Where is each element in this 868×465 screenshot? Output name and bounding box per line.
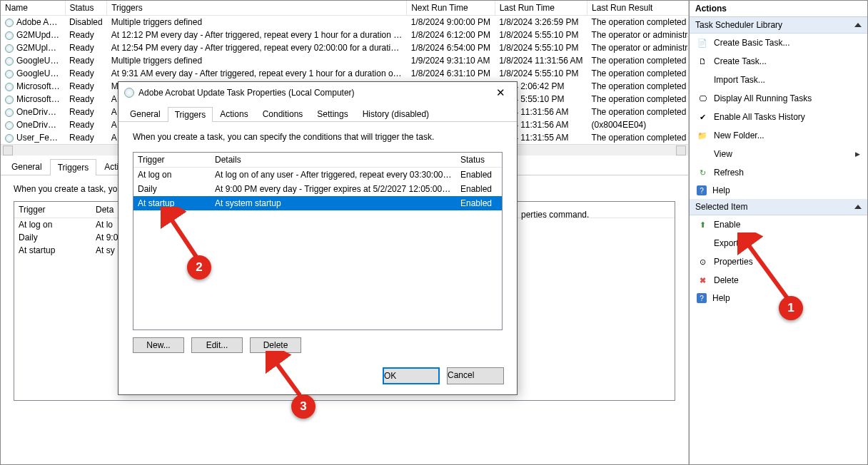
task-row[interactable]: GoogleUpda...ReadyAt 9:31 AM every day -…	[1, 67, 688, 80]
dlg-tab-conditions[interactable]: Conditions	[256, 106, 311, 121]
action-new-folder[interactable]: 📁New Folder...	[690, 126, 867, 145]
task-icon	[5, 19, 14, 27]
task-icon	[5, 57, 14, 66]
annotation-bubble-2: 2	[187, 255, 211, 280]
action-icon: 📁	[697, 130, 708, 141]
task-icon	[5, 96, 14, 104]
dlg-tab-history[interactable]: History (disabled)	[355, 106, 436, 121]
action-enable[interactable]: ⬆Enable	[690, 215, 867, 234]
action-icon: 🗋	[697, 56, 708, 67]
action-label: Enable All Tasks History	[714, 112, 805, 122]
col-trigger[interactable]: Trigger	[14, 202, 91, 218]
action-label: View	[714, 149, 732, 159]
action-create-task[interactable]: 🗋Create Task...	[690, 52, 867, 71]
action-icon: 📄	[697, 37, 708, 48]
section-library[interactable]: Task Scheduler Library	[690, 17, 867, 34]
section-library-label: Task Scheduler Library	[695, 20, 782, 30]
col-next-run-time[interactable]: Next Run Time	[407, 1, 495, 16]
task-row[interactable]: Adobe Acrob...DisabledMultiple triggers …	[1, 16, 688, 29]
action-label: Delete	[714, 275, 739, 285]
ok-button[interactable]: OK	[383, 367, 440, 384]
action-icon: ?	[697, 185, 707, 195]
edit-button[interactable]: Edit...	[191, 337, 243, 353]
truncated-text: perties command.	[521, 210, 589, 220]
task-icon	[5, 121, 14, 130]
action-import-task[interactable]: Import Task...	[690, 71, 867, 89]
task-row[interactable]: G2MUpload...ReadyAt 12:54 PM every day -…	[1, 41, 688, 54]
annotation-bubble-1: 1	[779, 296, 803, 320]
action-properties[interactable]: ⊙Properties	[690, 252, 867, 271]
action-icon	[697, 74, 708, 86]
action-label: Export...	[714, 238, 746, 248]
trigger-row[interactable]: At log onAt log on of any user - After t…	[133, 168, 502, 182]
dialog-titlebar[interactable]: Adobe Acrobat Update Task Properties (Lo…	[118, 82, 517, 103]
dlg-tab-triggers[interactable]: Triggers	[168, 107, 213, 122]
action-icon: ⬆	[697, 219, 708, 230]
action-display-all-running-tasks[interactable]: 🖵Display All Running Tasks	[690, 89, 867, 108]
annotation-bubble-3: 3	[291, 394, 316, 419]
action-icon: ✔	[697, 111, 708, 123]
dlg-tab-settings[interactable]: Settings	[310, 106, 355, 121]
action-icon	[697, 237, 708, 249]
collapse-icon	[854, 205, 862, 209]
task-row[interactable]: GoogleUpda...ReadyMultiple triggers defi…	[1, 54, 688, 67]
action-label: Help	[712, 293, 730, 303]
task-icon	[5, 83, 14, 91]
actions-header: Actions	[690, 1, 867, 17]
col-name[interactable]: Name	[1, 1, 65, 16]
tab-triggers[interactable]: Triggers	[50, 159, 97, 175]
action-help[interactable]: ?Help	[690, 290, 867, 307]
col-triggers[interactable]: Triggers	[107, 1, 407, 16]
action-icon: ✖	[697, 275, 708, 286]
tab-general[interactable]: General	[4, 158, 50, 175]
action-refresh[interactable]: ↻Refresh	[690, 163, 867, 182]
action-icon: ↻	[697, 167, 708, 178]
action-label: Properties	[714, 257, 753, 267]
collapse-icon	[854, 23, 862, 27]
dialog-title-text: Adobe Acrobat Update Task Properties (Lo…	[138, 88, 355, 98]
close-button[interactable]: ✕	[490, 86, 511, 99]
col-trigger[interactable]: Trigger	[133, 153, 211, 167]
dlg-tab-actions[interactable]: Actions	[213, 106, 255, 121]
action-icon: 🖵	[697, 93, 708, 104]
action-icon: ⊙	[697, 256, 708, 267]
action-label: Import Task...	[714, 75, 765, 85]
col-details[interactable]: Details	[211, 153, 456, 167]
section-selected-label: Selected Item	[695, 202, 747, 212]
delete-button[interactable]: Delete	[250, 337, 301, 353]
action-help[interactable]: ?Help	[690, 182, 867, 199]
action-label: Enable	[714, 220, 740, 230]
action-enable-all-tasks-history[interactable]: ✔Enable All Tasks History	[690, 108, 867, 126]
action-label: Create Task...	[714, 56, 767, 66]
new-button[interactable]: New...	[133, 337, 184, 353]
properties-dialog: Adobe Acrobat Update Task Properties (Lo…	[118, 81, 518, 395]
dlg-tab-general[interactable]: General	[123, 106, 168, 121]
col-status[interactable]: Status	[65, 1, 107, 16]
action-icon	[697, 148, 708, 160]
section-selected[interactable]: Selected Item	[690, 199, 867, 215]
trigger-listbox[interactable]: Trigger Details Status At log onAt log o…	[133, 152, 503, 330]
task-icon	[5, 70, 14, 78]
trigger-row[interactable]: At startupAt system startupEnabled	[133, 196, 502, 210]
col-last-run-time[interactable]: Last Run Time	[495, 1, 587, 16]
clock-icon	[124, 88, 134, 98]
action-export[interactable]: Export...	[690, 234, 867, 252]
action-label: Create Basic Task...	[714, 38, 790, 48]
action-icon: ?	[697, 293, 707, 303]
action-label: Refresh	[714, 168, 744, 178]
task-icon	[5, 134, 14, 143]
cancel-button[interactable]: Cancel	[447, 367, 504, 384]
col-status[interactable]: Status	[456, 153, 502, 167]
action-create-basic-task[interactable]: 📄Create Basic Task...	[690, 34, 867, 52]
action-label: Help	[712, 185, 730, 195]
task-row[interactable]: G2MUpdate...ReadyAt 12:12 PM every day -…	[1, 29, 688, 41]
submenu-arrow-icon: ▶	[855, 150, 860, 158]
action-view[interactable]: View▶	[690, 145, 867, 163]
dialog-tab-strip: GeneralTriggersActionsConditionsSettings…	[118, 103, 517, 122]
trigger-row[interactable]: DailyAt 9:00 PM every day - Trigger expi…	[133, 182, 502, 196]
task-icon	[5, 31, 14, 40]
dialog-description: When you create a task, you can specify …	[133, 132, 503, 142]
action-delete[interactable]: ✖Delete	[690, 271, 867, 290]
col-last-run-result[interactable]: Last Run Result	[587, 1, 688, 16]
actions-pane: Actions Task Scheduler Library 📄Create B…	[689, 1, 867, 464]
